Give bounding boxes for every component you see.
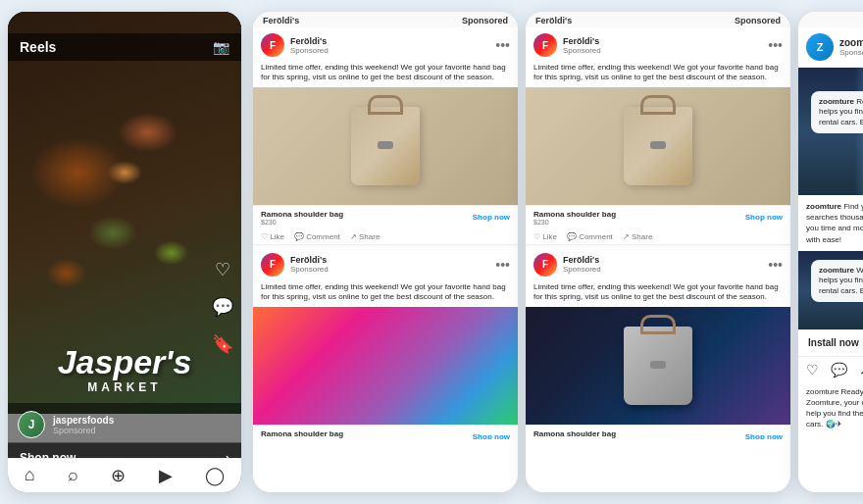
sponsored-3: Sponsored [735,16,781,25]
phone-1-reels: 9:41 ●●● ▲ ▮ Reels 📷 Jasper's MARKET ♡ 💬… [8,12,241,492]
overlay-chat: zoomture Ready for your next adventure? … [803,87,863,137]
avatar: J [18,411,45,438]
post-1-menu[interactable]: ••• [495,37,510,53]
camera-icon[interactable]: 📷 [213,39,229,55]
status-bar-4: ▲ ■ [798,12,863,27]
text1-brand: zoomture [806,202,841,211]
ad-hero-image: zoomture Ready for your next adventure? … [798,68,863,195]
post-4-header: F Feröldi's Sponsored ••• [526,247,790,282]
post-2-sponsored: Sponsored [290,265,489,274]
paper-plane-icon[interactable]: ↗ [859,362,863,378]
bubble1-brand: zoomture [819,97,854,106]
bottom-text: zoomture Ready for your next adventure? … [798,382,863,436]
post-3-sponsored: Sponsored [563,46,762,55]
heart-react-icon[interactable]: ♡ [806,362,819,378]
phone-3-feed: Feröldi's Sponsored F Feröldi's Sponsore… [526,12,790,492]
post-4-menu[interactable]: ••• [768,257,783,273]
post-1-desc: Limited time offer, ending this weekend!… [253,63,518,87]
post-4-bottom: Ramona shoulder bag $230 Shop now [526,425,790,439]
like-action-1[interactable]: ♡ Like [261,232,284,241]
brand-name: Jasper's [36,345,213,378]
bookmark-side-icon[interactable]: 🔖 [212,333,233,355]
share-action-1[interactable]: ↗ Share [350,232,381,241]
post-4-avatar: F [533,253,557,277]
ad-account-name: zoomture [839,37,863,48]
shop-now-btn-1[interactable]: Shop now [473,213,510,222]
feed-post-4: F Feröldi's Sponsored ••• Limited time o… [526,247,790,439]
time-3: Feröldi's [535,16,572,25]
post-2-meta: Feröldi's Sponsored [290,255,489,274]
feed-post-2: F Feröldi's Sponsored ••• Limited time o… [253,247,518,439]
post-1-meta: Feröldi's Sponsored [290,36,489,55]
comment-action-3[interactable]: 💬 Comment [567,232,613,241]
nav-profile-icon[interactable]: ◯ [205,465,225,486]
feed-scroll-3[interactable]: F Feröldi's Sponsored ••• Limited time o… [526,27,790,439]
ad-text-section-1: zoomture Find your dream vacation at a s… [798,195,863,251]
like-action-3[interactable]: ♡ Like [533,232,557,241]
post-3-name: Feröldi's [563,36,762,46]
reels-title: Reels [20,39,56,55]
post-2-menu[interactable]: ••• [495,257,510,273]
bag-image-1 [351,107,420,185]
post-4-name: Feröldi's [563,255,762,265]
post-2-header: F Feröldi's Sponsored ••• [253,247,518,282]
post-3-bottom: Ramona shoulder bag $230 Shop now [526,205,790,229]
bubble2-brand: zoomture [819,266,854,275]
brand-overlay: Jasper's MARKET [36,345,213,394]
chat-bubble-1: zoomture Ready for your next adventure? … [811,91,863,133]
share-action-3[interactable]: ↗ Share [623,232,653,241]
phone-2-feed: Feröldi's Sponsored F Feröldi's Sponsore… [253,12,518,492]
status-bar-3: Feröldi's Sponsored [526,12,790,27]
nav-home-icon[interactable]: ⌂ [25,465,35,486]
shop-now-btn-2[interactable]: Shop now [473,432,510,439]
comment-action-1[interactable]: 💬 Comment [294,232,340,241]
post-1-actions: ♡ Like 💬 Comment ↗ Share [253,229,518,244]
post-reactions: ♡ 💬 ↗ 🔖 [798,357,863,382]
time-2: Feröldi's [263,16,299,25]
account-name: jaspersfoods [53,415,114,426]
ad-post-header: Z zoomture Sponsored ••• [798,27,863,68]
post-3-image [526,87,790,205]
comment-icon[interactable]: 💬 [212,296,233,318]
post-1-header: F Feröldi's Sponsored ••• [253,27,518,63]
comment-react-icon[interactable]: 💬 [831,362,847,378]
post-2-avatar: F [261,253,284,277]
sponsored-2: Sponsored [462,16,508,25]
post-4-meta: Feröldi's Sponsored [563,255,762,274]
post-2-name: Feröldi's [290,255,489,265]
bottom-overlay: J jaspersfoods Sponsored Shop now › Tran… [8,403,241,492]
feed-scroll-2[interactable]: F Feröldi's Sponsored ••• Limited time o… [253,27,518,439]
ad-second-image: zoomture Where will you go first? 🌍 Zoom… [798,251,863,329]
brand-sub: MARKET [36,380,213,394]
post-3-avatar: F [533,33,557,57]
ad-account-info: zoomture Sponsored [839,37,863,57]
heart-icon[interactable]: ♡ [212,259,233,280]
post-4-desc: Limited time offer, ending this weekend!… [526,282,790,307]
post-1-bottom: Ramona shoulder bag $230 Shop now [253,205,518,229]
reels-header: Reels 📷 [8,33,241,61]
bag-image-4 [624,327,692,405]
shop-now-btn-3[interactable]: Shop now [745,213,783,222]
post-4-sponsored: Sponsored [563,265,762,274]
shop-now-btn-4[interactable]: Shop now [745,432,783,439]
post-2-product: Ramona shoulder bag $230 [261,429,343,439]
post-3-actions: ♡ Like 💬 Comment ↗ Share [526,229,790,244]
post-2-bottom: Ramona shoulder bag $230 Shop now [253,425,518,439]
post-4-product: Ramona shoulder bag $230 [533,429,616,439]
post-3-menu[interactable]: ••• [768,37,783,53]
nav-reels-icon[interactable]: ▶ [159,465,173,486]
sponsored-label: Sponsored [53,426,114,435]
bottom-brand: zoomture [806,387,838,396]
install-bar[interactable]: Install now › [798,329,863,357]
nav-search-icon[interactable]: ⌕ [68,465,78,486]
feed-post-1: F Feröldi's Sponsored ••• Limited time o… [253,27,518,245]
chat-bubble-2-container: zoomture Where will you go first? 🌍 Zoom… [803,256,863,306]
post-2-image [253,307,518,425]
post-1-avatar: F [261,33,284,57]
post-3-meta: Feröldi's Sponsored [563,36,762,55]
chat-bubble-2: zoomture Where will you go first? 🌍 Zoom… [811,260,863,302]
post-3-header: F Feröldi's Sponsored ••• [526,27,790,63]
post-1-product: Ramona shoulder bag $230 [261,210,343,226]
post-1-name: Feröldi's [290,36,489,46]
nav-add-icon[interactable]: ⊕ [111,465,126,486]
